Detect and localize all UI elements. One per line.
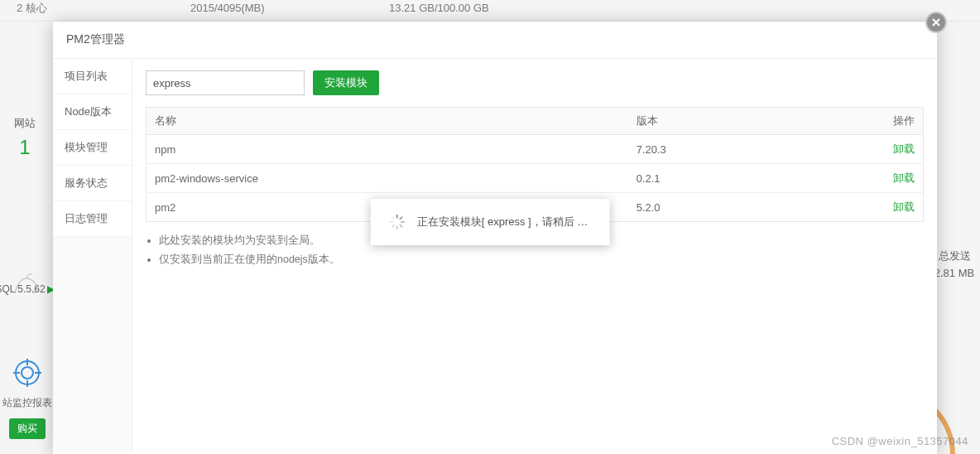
bg-left-bottom: 站监控报表 购买	[0, 359, 55, 454]
toast-message: 正在安装模块[ express ]，请稍后 …	[417, 215, 588, 229]
buy-button[interactable]: 购买	[9, 418, 46, 439]
svg-line-13	[392, 225, 394, 227]
cell-version: 7.20.3	[628, 135, 862, 164]
cell-version: 5.2.0	[628, 193, 862, 222]
spinner-icon	[389, 214, 406, 230]
sidebar-item-label: 日志管理	[65, 212, 108, 225]
sidebar-item-modules[interactable]: 模块管理	[53, 130, 132, 166]
col-header-name: 名称	[147, 108, 628, 135]
sidebar-item-service-status[interactable]: 服务状态	[53, 166, 132, 201]
sidebar-item-projects[interactable]: 项目列表	[53, 59, 132, 94]
uninstall-link[interactable]: 卸载	[893, 171, 915, 184]
col-header-version: 版本	[628, 108, 862, 135]
table-row: pm2-windows-service 0.2.1 卸载	[147, 164, 924, 193]
sidebar-item-label: Node版本	[65, 105, 112, 118]
sidebar: 项目列表 Node版本 模块管理 服务状态 日志管理	[53, 59, 132, 453]
mysql-icon	[10, 270, 43, 300]
table-row: npm 7.20.3 卸载	[147, 135, 924, 164]
uninstall-link[interactable]: 卸载	[893, 200, 915, 213]
svg-line-9	[400, 217, 401, 219]
cell-name: pm2-windows-service	[147, 164, 628, 193]
sidebar-item-label: 模块管理	[65, 141, 108, 153]
svg-line-15	[392, 217, 394, 219]
sidebar-item-label: 项目列表	[65, 70, 108, 82]
sidebar-item-label: 服务状态	[65, 176, 108, 189]
main-panel: 安装模块 名称 版本 操作 npm 7.20.3 卸载	[132, 59, 937, 453]
cell-name: npm	[147, 135, 628, 164]
cpu-cores: 2 核心	[17, 1, 190, 16]
sidebar-item-logs[interactable]: 日志管理	[53, 201, 132, 237]
uninstall-link[interactable]: 卸载	[893, 142, 915, 155]
close-icon	[931, 17, 941, 27]
sidebar-item-node-version[interactable]: Node版本	[53, 94, 132, 130]
loading-toast: 正在安装模块[ express ]，请稍后 …	[371, 199, 610, 245]
disk-usage: 13.21 GB/100.00 GB	[389, 2, 621, 14]
search-row: 安装模块	[146, 70, 924, 95]
col-header-op: 操作	[861, 108, 923, 135]
memory-usage: 2015/4095(MB)	[190, 2, 389, 14]
bg-left-panel: 网站 1 SQL 5.5.62▶ 站监控报表 购买	[0, 22, 50, 454]
svg-point-1	[22, 367, 33, 379]
bg-nav-website: 网站	[0, 22, 50, 131]
modal-body: 项目列表 Node版本 模块管理 服务状态 日志管理 安装模块 名称 版本 操作	[53, 59, 937, 453]
svg-line-11	[400, 225, 401, 227]
modal-title: PM2管理器	[53, 22, 937, 59]
bg-status-row: 2 核心 2015/4095(MB) 13.21 GB/100.00 GB	[0, 0, 980, 22]
monitor-label: 站监控报表	[0, 396, 55, 410]
note-item: 仅安装到当前正在使用的nodejs版本。	[159, 253, 924, 267]
bg-nav-count: 1	[0, 136, 50, 159]
close-button[interactable]	[925, 12, 947, 33]
module-name-input[interactable]	[146, 70, 305, 95]
target-icon	[13, 359, 41, 387]
cell-version: 0.2.1	[628, 164, 862, 193]
install-button[interactable]: 安装模块	[313, 70, 379, 95]
